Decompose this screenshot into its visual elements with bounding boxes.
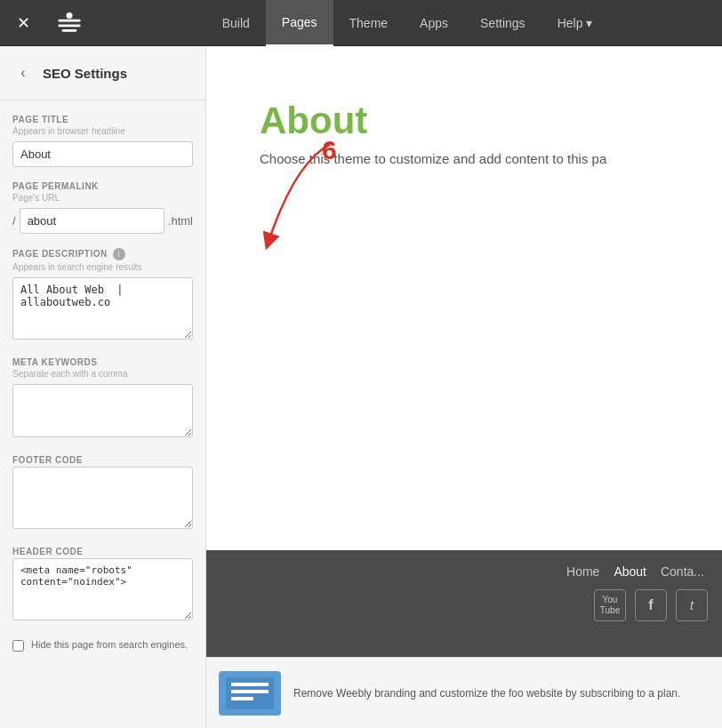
header-code-label: HEADER CODE xyxy=(12,547,193,556)
upgrade-banner: Remove Weebly branding and customize the… xyxy=(206,657,722,728)
footer-code-label: FOOTER CODE xyxy=(12,455,193,465)
footer-navigation: Home About Conta... xyxy=(206,550,722,579)
meta-keywords-textarea[interactable] xyxy=(12,384,193,437)
page-permalink-label: PAGE PERMALINK xyxy=(12,181,193,191)
svg-rect-3 xyxy=(62,29,77,32)
nav-settings[interactable]: Settings xyxy=(464,0,542,46)
page-preview-top: About Choose this theme to customize and… xyxy=(206,46,722,550)
top-navigation: ✕ Build Pages Theme Apps Settings Help ▾ xyxy=(0,0,722,46)
meta-keywords-sublabel: Separate each with a comma xyxy=(12,369,193,379)
back-button[interactable]: ‹ xyxy=(11,60,36,85)
page-preview-bottom: Home About Conta... YouTube f t Remov xyxy=(206,550,722,728)
hide-page-checkbox-row: Hide this page from search engines. xyxy=(12,638,193,652)
meta-keywords-field: META KEYWORDS Separate each with a comma xyxy=(12,357,193,441)
hide-page-label: Hide this page from search engines. xyxy=(31,638,188,652)
twitter-icon: t xyxy=(676,589,708,621)
page-description-label-row: PAGE DESCRIPTION i xyxy=(12,248,193,260)
main-layout: ‹ SEO Settings PAGE TITLE Appears in bro… xyxy=(0,46,722,728)
page-about-text: Choose this theme to customize and add c… xyxy=(206,151,722,184)
weebly-logo-icon xyxy=(57,11,82,36)
page-title-input[interactable] xyxy=(12,141,193,167)
info-icon[interactable]: i xyxy=(113,248,125,260)
meta-keywords-label: META KEYWORDS xyxy=(12,357,193,367)
footer-nav-home[interactable]: Home xyxy=(566,564,599,579)
page-description-textarea[interactable]: All About Web | allaboutweb.co xyxy=(12,277,193,340)
upgrade-icon xyxy=(219,671,281,716)
page-permalink-field: PAGE PERMALINK Page's URL / .html xyxy=(12,181,193,234)
permalink-suffix: .html xyxy=(168,214,193,228)
nav-items: Build Pages Theme Apps Settings Help ▾ xyxy=(92,0,722,45)
main-content: About Choose this theme to customize and… xyxy=(206,46,722,728)
hide-page-checkbox[interactable] xyxy=(12,640,24,652)
page-description-label: PAGE DESCRIPTION xyxy=(12,249,108,259)
header-code-field: HEADER CODE <meta name="robots" content=… xyxy=(12,547,193,624)
upgrade-icon-line-3 xyxy=(231,697,253,700)
page-title-sublabel: Appears in browser headline xyxy=(12,126,193,136)
upgrade-icon-line-1 xyxy=(231,683,269,686)
page-description-sublabel: Appears in search engine results xyxy=(12,262,193,272)
social-icons: YouTube f t xyxy=(206,579,722,621)
svg-point-2 xyxy=(67,12,73,19)
header-code-textarea[interactable]: <meta name="robots" content="noindex"> xyxy=(12,558,193,620)
facebook-icon: f xyxy=(635,589,667,621)
nav-build[interactable]: Build xyxy=(206,0,266,46)
upgrade-icon-line-2 xyxy=(231,690,269,693)
upgrade-text: Remove Weebly branding and customize the… xyxy=(293,685,680,701)
page-description-field: PAGE DESCRIPTION i Appears in search eng… xyxy=(12,248,193,343)
page-title-label: PAGE TITLE xyxy=(12,115,193,124)
page-permalink-input[interactable] xyxy=(20,208,164,234)
sidebar-header: ‹ SEO Settings xyxy=(0,46,205,100)
permalink-prefix: / xyxy=(12,214,16,228)
upgrade-icon-inner xyxy=(226,677,274,709)
nav-apps[interactable]: Apps xyxy=(404,0,464,46)
sidebar-title: SEO Settings xyxy=(43,66,127,81)
close-button[interactable]: ✕ xyxy=(0,0,46,46)
page-permalink-sublabel: Page's URL xyxy=(12,193,193,203)
footer-code-field: FOOTER CODE xyxy=(12,455,193,532)
page-about-title: About xyxy=(206,46,722,151)
footer-nav-about[interactable]: About xyxy=(614,564,646,579)
youtube-icon: YouTube xyxy=(594,589,626,621)
sidebar-content: PAGE TITLE Appears in browser headline P… xyxy=(0,100,205,669)
footer-nav-contact[interactable]: Conta... xyxy=(661,564,704,579)
page-title-field: PAGE TITLE Appears in browser headline xyxy=(12,115,193,167)
sidebar: ‹ SEO Settings PAGE TITLE Appears in bro… xyxy=(0,46,206,728)
permalink-row: / .html xyxy=(12,208,193,234)
footer-code-textarea[interactable] xyxy=(12,467,193,529)
nav-help[interactable]: Help ▾ xyxy=(542,0,609,46)
svg-rect-1 xyxy=(58,24,80,27)
nav-theme[interactable]: Theme xyxy=(333,0,405,46)
nav-pages[interactable]: Pages xyxy=(266,0,333,46)
svg-rect-0 xyxy=(58,19,80,21)
weebly-logo xyxy=(46,0,92,46)
